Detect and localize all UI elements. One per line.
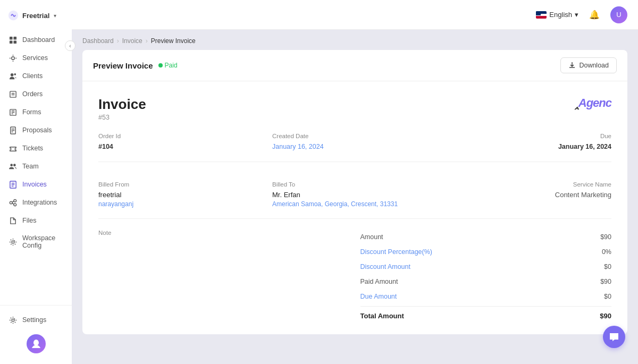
- due-label: Due: [446, 133, 611, 139]
- service-name-block: Service Name Content Marketing: [446, 181, 611, 208]
- sidebar-item-forms[interactable]: Forms: [0, 103, 72, 121]
- chat-fab-button[interactable]: [603, 326, 625, 348]
- amount-value-3: $90: [600, 278, 611, 285]
- team-icon: [9, 162, 17, 171]
- sidebar-label-proposals: Proposals: [22, 126, 52, 134]
- download-label: Download: [579, 62, 609, 69]
- invoice-meta: Order Id #104 Created Date January 16, 2…: [98, 133, 611, 162]
- breadcrumb-sep-2: ›: [146, 37, 148, 45]
- sidebar-item-services[interactable]: Services: [0, 49, 72, 67]
- note-amounts-row: Note Amount $90 Discount Percentage(%) 0…: [98, 230, 611, 324]
- svg-line-29: [12, 203, 14, 204]
- meta-order-id: Order Id #104: [98, 133, 264, 151]
- breadcrumb-current: Preview Invoice: [151, 37, 196, 45]
- sidebar-logo[interactable]: Freetrial ▾: [0, 0, 72, 29]
- sidebar-item-invoices[interactable]: Invoices: [0, 175, 72, 193]
- services-icon: [9, 54, 17, 62]
- brand-name: Freetrial: [22, 12, 49, 20]
- sidebar-item-proposals[interactable]: Proposals: [0, 121, 72, 139]
- amount-value-1: 0%: [602, 248, 611, 256]
- chat-icon: [609, 332, 619, 342]
- notifications-button[interactable]: 🔔: [586, 6, 603, 23]
- card-title-row: Preview Invoice Paid: [93, 61, 178, 70]
- sidebar-label-clients: Clients: [22, 72, 43, 80]
- sidebar-item-files[interactable]: Files: [0, 211, 72, 230]
- sidebar-label-files: Files: [22, 217, 36, 224]
- download-button[interactable]: Download: [560, 57, 617, 73]
- svg-point-7: [14, 73, 16, 75]
- sidebar-nav: Dashboard Services Clients Orders: [0, 29, 72, 305]
- integrations-icon: [9, 198, 17, 207]
- sidebar-item-integrations[interactable]: Integrations: [0, 193, 72, 211]
- sidebar-label-settings: Settings: [22, 316, 46, 324]
- language-label: English: [549, 11, 572, 19]
- dashboard-icon: [9, 36, 17, 44]
- svg-point-20: [13, 164, 15, 166]
- invoice-body: Invoice #53 ‸Agenc Order Id #104: [82, 81, 627, 334]
- page-area: Dashboard › Invoice › Preview Invoice Pr…: [72, 30, 638, 364]
- sidebar-label-forms: Forms: [22, 108, 41, 116]
- status-dot: [158, 63, 163, 67]
- sidebar-label-team: Team: [22, 163, 39, 170]
- svg-point-26: [13, 199, 16, 202]
- total-label: Total Amount: [360, 312, 404, 320]
- service-name-label: Service Name: [446, 181, 611, 188]
- sidebar-item-team[interactable]: Team: [0, 157, 72, 175]
- amount-label-0: Amount: [360, 233, 383, 241]
- svg-rect-8: [10, 91, 15, 97]
- svg-rect-3: [9, 40, 12, 44]
- amount-label-1: Discount Percentage(%): [360, 248, 432, 256]
- sidebar-label-invoices: Invoices: [22, 181, 47, 188]
- sidebar-item-dashboard[interactable]: Dashboard: [0, 31, 72, 49]
- amount-row-2: Discount Amount $0: [360, 259, 612, 274]
- billed-to-label: Billed To: [272, 181, 438, 188]
- billed-from-name: freetrial: [98, 191, 264, 199]
- amount-row-0: Amount $90: [360, 230, 612, 244]
- language-caret: ▾: [575, 11, 578, 19]
- status-badge: Paid: [158, 62, 178, 69]
- tickets-icon: [9, 144, 17, 153]
- amount-row-4: Due Amount $0: [360, 289, 612, 304]
- user-avatar[interactable]: U: [610, 6, 627, 23]
- orders-icon: [9, 90, 17, 98]
- svg-point-30: [12, 241, 14, 243]
- breadcrumb-invoice[interactable]: Invoice: [122, 37, 142, 45]
- svg-rect-1: [9, 36, 12, 39]
- sidebar-item-workspace[interactable]: Workspace Config: [0, 230, 72, 254]
- invoice-top-row: Invoice #53 ‸Agenc: [98, 96, 611, 121]
- note-label: Note: [98, 230, 350, 236]
- language-selector[interactable]: English ▾: [536, 11, 578, 19]
- breadcrumb-sep-1: ›: [117, 37, 119, 45]
- amount-value-0: $90: [600, 233, 611, 241]
- invoice-number: #53: [98, 114, 146, 121]
- collapse-sidebar-button[interactable]: ‹: [65, 40, 75, 51]
- files-icon: [9, 216, 17, 225]
- service-name-value: Content Marketing: [446, 191, 611, 199]
- created-date-value: January 16, 2024: [272, 143, 324, 150]
- topbar: English ▾ 🔔 U: [72, 0, 638, 30]
- total-row: Total Amount $90: [360, 306, 612, 324]
- invoice-card: Preview Invoice Paid Download Invoice: [82, 50, 627, 334]
- proposals-icon: [9, 126, 17, 134]
- billed-to-address: American Samoa, Georgia, Crescent, 31331: [272, 200, 438, 208]
- sidebar-item-settings[interactable]: Settings: [0, 311, 72, 329]
- svg-rect-2: [13, 36, 16, 39]
- billed-from-location: narayanganj: [98, 200, 264, 208]
- sidebar-user-avatar[interactable]: [0, 329, 72, 359]
- sidebar-bottom: Settings: [0, 305, 72, 364]
- brand-caret: ▾: [54, 13, 56, 19]
- logo-icon: [7, 10, 19, 21]
- sidebar-item-clients[interactable]: Clients: [0, 67, 72, 85]
- amount-row-3: Paid Amount $90: [360, 274, 612, 289]
- billed-to-name: Mr. Erfan: [272, 191, 438, 199]
- sidebar-item-tickets[interactable]: Tickets: [0, 139, 72, 157]
- sidebar-label-workspace: Workspace Config: [22, 234, 63, 249]
- sidebar-label-services: Services: [22, 54, 48, 62]
- sidebar-item-orders[interactable]: Orders: [0, 85, 72, 103]
- amount-row-1: Discount Percentage(%) 0%: [360, 244, 612, 259]
- card-header: Preview Invoice Paid Download: [82, 50, 627, 81]
- amount-value-4: $0: [604, 293, 611, 300]
- billed-section: Billed From freetrial narayanganj Billed…: [98, 173, 611, 219]
- sidebar-label-integrations: Integrations: [22, 199, 57, 206]
- breadcrumb-dashboard[interactable]: Dashboard: [82, 37, 114, 45]
